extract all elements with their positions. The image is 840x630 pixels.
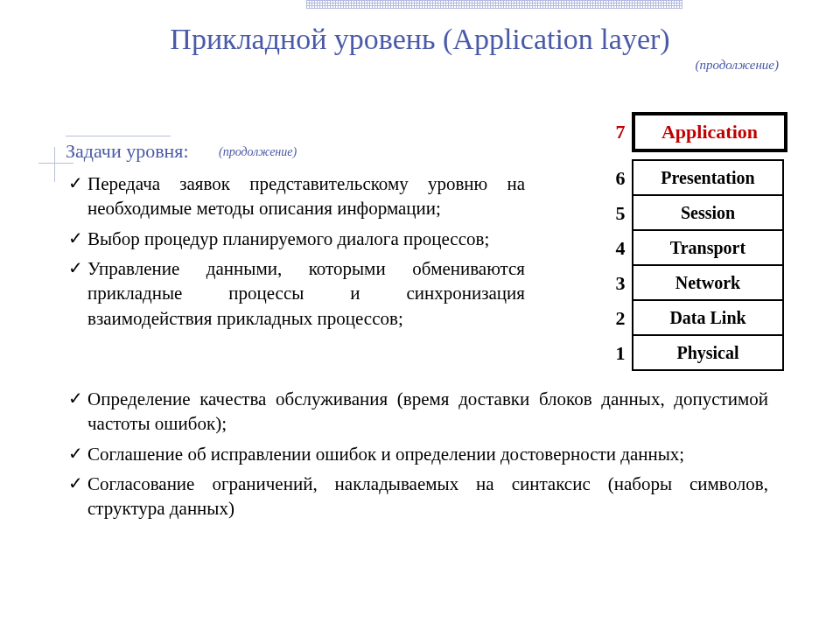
check-icon: ✓ xyxy=(68,442,83,466)
task-text: Выбор процедур планируемого диалога проц… xyxy=(88,228,489,249)
check-icon: ✓ xyxy=(68,227,83,250)
osi-layer-number: 2 xyxy=(609,301,632,336)
task-item: ✓ Управление данными, которыми обмениваю… xyxy=(68,256,525,331)
task-text: Согласование ограничений, накладываемых … xyxy=(88,473,768,519)
osi-layer-7: 7 Application xyxy=(609,112,788,152)
task-item: ✓ Определение качества обслуживания (вре… xyxy=(68,387,768,437)
osi-layer-number: 7 xyxy=(609,112,632,152)
check-icon: ✓ xyxy=(68,256,83,280)
osi-layer-number: 5 xyxy=(609,196,632,231)
osi-layer-name: Physical xyxy=(632,334,784,371)
check-icon: ✓ xyxy=(68,387,83,410)
tasks-list-upper: ✓ Передача заявок представительскому уро… xyxy=(68,172,525,336)
task-text: Передача заявок представительскому уровн… xyxy=(88,173,525,219)
task-text: Управление данными, которыми обмениваютс… xyxy=(88,258,525,329)
osi-layer-5: 5 Session xyxy=(609,196,788,231)
subtitle-underline xyxy=(66,136,171,136)
continuation-label-sub: (продолжение) xyxy=(219,145,297,159)
check-icon: ✓ xyxy=(68,472,83,495)
osi-layer-name: Application xyxy=(632,112,788,152)
task-item: ✓ Передача заявок представительскому уро… xyxy=(68,172,525,221)
continuation-label-top: (продолжение) xyxy=(695,58,779,73)
top-decoration xyxy=(306,0,682,9)
osi-layer-1: 1 Physical xyxy=(609,336,788,371)
osi-layer-number: 1 xyxy=(609,336,632,371)
osi-layer-number: 4 xyxy=(609,231,632,266)
osi-layer-4: 4 Transport xyxy=(609,231,788,266)
osi-layer-2: 2 Data Link xyxy=(609,301,788,336)
osi-layer-name: Presentation xyxy=(632,159,784,196)
osi-layer-name: Transport xyxy=(632,229,784,266)
osi-layer-3: 3 Network xyxy=(609,266,788,301)
tasks-heading: Задачи уровня: xyxy=(66,140,189,163)
osi-layer-name: Data Link xyxy=(632,299,784,336)
osi-stack: 7 Application 6 Presentation 5 Session 4… xyxy=(609,112,788,371)
osi-layer-number: 6 xyxy=(609,161,632,196)
slide-title: Прикладной уровень (Application layer) xyxy=(0,23,840,56)
task-text: Соглашение об исправлении ошибок и опред… xyxy=(88,444,684,465)
osi-layer-6: 6 Presentation xyxy=(609,161,788,196)
task-item: ✓ Выбор процедур планируемого диалога пр… xyxy=(68,227,525,251)
osi-layer-number: 3 xyxy=(609,266,632,301)
task-item: ✓ Согласование ограничений, накладываемы… xyxy=(68,472,768,522)
osi-layer-name: Network xyxy=(632,264,784,301)
task-item: ✓ Соглашение об исправлении ошибок и опр… xyxy=(68,442,768,466)
task-text: Определение качества обслуживания (время… xyxy=(88,388,768,434)
tasks-list-lower: ✓ Определение качества обслуживания (вре… xyxy=(68,387,768,527)
osi-layer-name: Session xyxy=(632,194,784,231)
check-icon: ✓ xyxy=(68,172,83,195)
slide: Прикладной уровень (Application layer) (… xyxy=(0,0,840,630)
